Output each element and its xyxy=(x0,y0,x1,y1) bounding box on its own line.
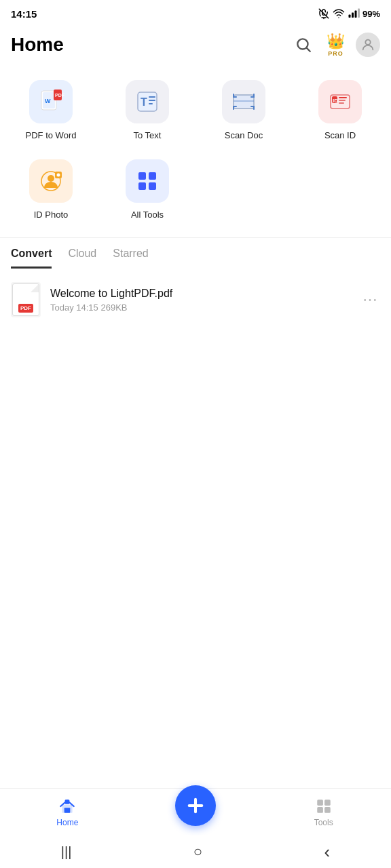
page-title: Home xyxy=(11,34,64,56)
pdf-badge: PDF xyxy=(18,304,33,313)
tool-scan-doc[interactable]: Scan Doc xyxy=(198,73,289,147)
pro-label: PRO xyxy=(328,50,343,57)
svg-rect-21 xyxy=(339,97,347,98)
home-button[interactable]: ○ xyxy=(188,837,208,866)
file-list: PDF Welcome to LightPDF.pdf Today 14:15 … xyxy=(0,269,391,331)
tab-convert[interactable]: Convert xyxy=(11,238,52,269)
tool-scan-id[interactable]: ID Scan ID xyxy=(295,73,386,147)
signal-icon xyxy=(348,7,360,20)
svg-rect-40 xyxy=(317,807,323,813)
tab-starred[interactable]: Starred xyxy=(113,238,148,269)
tabs-section: Convert Cloud Starred xyxy=(0,237,391,269)
svg-point-6 xyxy=(365,40,370,45)
svg-rect-38 xyxy=(317,800,323,806)
svg-rect-39 xyxy=(324,800,331,806)
tools-nav-icon xyxy=(315,797,333,815)
back-button[interactable]: ‹ xyxy=(319,836,336,868)
all-tools-icon-wrap xyxy=(126,159,169,203)
mute-icon xyxy=(318,7,330,20)
all-tools-icon xyxy=(134,167,161,195)
status-icons: 99% xyxy=(318,7,380,20)
tool-pdf-to-word[interactable]: W PDF PDF to Word xyxy=(5,73,96,147)
recent-apps-button[interactable]: ||| xyxy=(56,839,77,865)
status-bar: 14:15 99% xyxy=(0,0,391,27)
file-meta: Today 14:15 269KB xyxy=(50,302,350,313)
bottom-nav: Home Tools xyxy=(0,788,391,835)
svg-rect-23 xyxy=(339,102,344,104)
svg-rect-34 xyxy=(64,808,71,813)
svg-point-28 xyxy=(57,174,60,177)
tools-nav-label: Tools xyxy=(314,818,333,827)
scan-doc-label: Scan Doc xyxy=(225,130,263,140)
pdf-to-word-icon-wrap: W PDF xyxy=(29,80,73,123)
scan-id-icon-wrap: ID xyxy=(318,80,362,123)
search-icon xyxy=(295,36,312,54)
header-actions: 👑 PRO xyxy=(291,33,380,57)
id-photo-icon-wrap xyxy=(29,159,73,203)
svg-rect-41 xyxy=(324,807,331,813)
tool-to-text[interactable]: T To Text xyxy=(102,73,193,147)
svg-rect-29 xyxy=(138,172,146,180)
svg-rect-15 xyxy=(149,100,155,101)
nav-home[interactable]: Home xyxy=(40,797,94,827)
user-icon xyxy=(360,37,375,52)
file-info: Welcome to LightPDF.pdf Today 14:15 269K… xyxy=(50,288,350,313)
svg-point-26 xyxy=(48,175,54,182)
svg-rect-22 xyxy=(339,100,346,101)
crown-icon: 👑 xyxy=(327,33,345,50)
svg-rect-31 xyxy=(138,182,146,190)
svg-rect-0 xyxy=(348,15,350,18)
svg-rect-32 xyxy=(149,182,156,190)
pro-button[interactable]: 👑 PRO xyxy=(327,33,345,57)
home-nav-label: Home xyxy=(56,818,78,827)
scan-id-icon: ID xyxy=(327,88,354,115)
id-photo-icon xyxy=(37,167,64,195)
android-nav: ||| ○ ‹ xyxy=(0,835,391,868)
battery-indicator: 99% xyxy=(362,9,380,19)
to-text-label: To Text xyxy=(134,130,162,140)
search-button[interactable] xyxy=(291,33,316,57)
file-more-button[interactable]: ⋯ xyxy=(360,288,380,311)
svg-rect-18 xyxy=(234,100,254,102)
svg-line-5 xyxy=(307,48,310,52)
plus-icon xyxy=(185,795,206,816)
svg-rect-1 xyxy=(352,13,354,18)
scan-id-label: Scan ID xyxy=(324,130,356,140)
file-name: Welcome to LightPDF.pdf xyxy=(50,288,350,300)
tool-all-tools[interactable]: All Tools xyxy=(102,153,193,226)
to-text-icon: T xyxy=(134,88,161,115)
tool-grid: W PDF PDF to Word T To Text xyxy=(0,68,391,237)
status-time: 14:15 xyxy=(11,8,37,20)
file-icon: PDF xyxy=(11,282,41,317)
profile-button[interactable] xyxy=(356,33,380,57)
tool-id-photo[interactable]: ID Photo xyxy=(5,153,96,226)
tabs-row: Convert Cloud Starred xyxy=(0,238,391,269)
nav-tools[interactable]: Tools xyxy=(297,797,351,827)
scan-doc-icon-wrap xyxy=(222,80,265,123)
table-row[interactable]: PDF Welcome to LightPDF.pdf Today 14:15 … xyxy=(0,274,391,326)
fab-button[interactable] xyxy=(175,785,216,826)
to-text-icon-wrap: T xyxy=(126,80,169,123)
svg-rect-2 xyxy=(354,11,356,18)
app-header: Home 👑 PRO xyxy=(0,27,391,68)
wifi-icon xyxy=(333,7,345,20)
tab-cloud[interactable]: Cloud xyxy=(68,238,96,269)
pdf-to-word-label: PDF to Word xyxy=(26,130,77,140)
svg-text:W: W xyxy=(45,98,51,104)
svg-rect-35 xyxy=(65,800,70,804)
pdf-to-word-icon: W PDF xyxy=(37,88,64,115)
svg-rect-16 xyxy=(149,103,153,104)
id-photo-label: ID Photo xyxy=(34,210,69,220)
home-icon xyxy=(58,797,76,815)
svg-text:ID: ID xyxy=(333,98,338,104)
svg-rect-3 xyxy=(358,9,360,18)
svg-text:T: T xyxy=(141,96,147,108)
all-tools-label: All Tools xyxy=(131,210,164,220)
svg-rect-30 xyxy=(149,172,156,180)
svg-text:PDF: PDF xyxy=(55,93,64,98)
scan-doc-icon xyxy=(230,88,257,115)
svg-rect-14 xyxy=(149,96,155,98)
